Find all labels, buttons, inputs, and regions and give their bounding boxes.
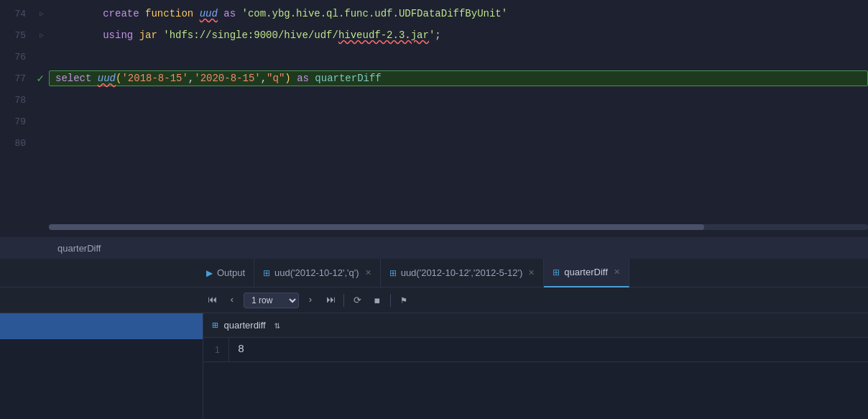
tab-uud2[interactable]: ⊞ uud('2012-10-12','2012-5-12') ✕	[381, 259, 545, 287]
uud2-tab-label: uud('2012-10-12','2012-5-12')	[401, 267, 523, 278]
as-keyword2: as	[297, 73, 309, 84]
line-number-76: 76	[0, 52, 34, 63]
quarterdiff-tab-icon: ⊞	[553, 267, 560, 277]
line-number-75: 75	[0, 30, 34, 41]
result-header: quarterDiff	[0, 237, 868, 259]
quarterdiff-tab-label: quarterDiff	[564, 267, 607, 277]
keyword-using: using	[103, 29, 139, 41]
bookmark-button[interactable]: ⚑	[395, 292, 412, 309]
fold-icon-74: ▷	[40, 9, 44, 18]
toolbar-divider-2	[390, 294, 391, 307]
jar-string: 'hdfs://single:9000/hive/udf/hiveudf-2.3…	[163, 29, 435, 41]
code-line-80: 80	[0, 132, 868, 154]
tab-output[interactable]: ▶ Output	[198, 259, 254, 287]
semicolon-75: ;	[435, 29, 440, 41]
next-page-button[interactable]: ›	[302, 292, 319, 309]
refresh-button[interactable]: ⟳	[348, 292, 366, 309]
scrollbar-track	[49, 224, 868, 230]
tabs-bar: ▶ Output ⊞ uud('2012-10-12','q') ✕ ⊞ uud…	[0, 259, 868, 287]
toolbar-divider-1	[343, 294, 344, 307]
output-tab-label: Output	[217, 267, 245, 278]
code-line-76: 76	[0, 46, 868, 68]
output-tab-icon: ▶	[206, 268, 213, 278]
table-panel: ⊞ quarterdiff ⇅ 1 8	[203, 313, 868, 419]
code-line-77: 77 ✓ select uud('2018-8-15','2020-8-15',…	[0, 68, 868, 89]
paren-close: )	[285, 73, 290, 84]
code-line-79: 79	[0, 111, 868, 132]
code-line-75: 75 ▷ using jar 'hdfs://single:9000/hive/…	[0, 24, 868, 46]
line-content-77: select uud('2018-8-15','2020-8-15',"q") …	[49, 70, 868, 86]
arg2: '2020-8-15'	[194, 73, 260, 84]
last-page-button[interactable]: ⏭	[322, 292, 339, 309]
horizontal-scrollbar[interactable]	[49, 224, 868, 230]
line-gutter-74: ▷	[34, 9, 49, 18]
uud2-close-icon[interactable]: ✕	[528, 268, 535, 277]
tab-quarterdiff[interactable]: ⊞ quarterDiff ✕	[544, 259, 629, 287]
uud2-tab-icon: ⊞	[389, 268, 397, 278]
code-container: 74 ▷ create function uud as 'com.ybg.hiv…	[0, 0, 868, 154]
left-sidebar-panel	[0, 313, 203, 419]
comma1: ,	[188, 73, 194, 84]
code-line-78: 78	[0, 89, 868, 111]
results-toolbar: ⏮ ‹ 1 row 10 rows 50 rows › ⏭ ⟳ ◼ ⚑	[0, 287, 868, 313]
table-name-label: quarterdiff	[223, 320, 265, 331]
sort-icon[interactable]: ⇅	[274, 319, 280, 331]
line-number-78: 78	[0, 95, 34, 106]
line-number-77: 77	[0, 73, 34, 84]
selected-sidebar-item[interactable]	[0, 313, 203, 339]
fold-icon-75: ▷	[40, 31, 44, 40]
as-space	[291, 73, 297, 84]
keyword-select: select	[55, 73, 98, 84]
quarterdiff-close-icon[interactable]: ✕	[614, 267, 620, 277]
uud1-close-icon[interactable]: ✕	[365, 268, 371, 277]
data-panel: ⊞ quarterdiff ⇅ 1 8	[0, 313, 868, 419]
tab-uud1[interactable]: ⊞ uud('2012-10-12','q') ✕	[254, 259, 381, 287]
stop-button[interactable]: ◼	[369, 292, 386, 309]
row-number-1: 1	[203, 338, 229, 362]
line-gutter-75: ▷	[34, 31, 49, 40]
arg3: "q"	[267, 73, 285, 84]
table-header: ⊞ quarterdiff ⇅	[203, 313, 868, 338]
scrollbar-thumb	[49, 224, 704, 230]
space2	[309, 73, 315, 84]
table-icon: ⊞	[212, 319, 218, 331]
bottom-panel: ▶ Output ⊞ uud('2012-10-12','q') ✕ ⊞ uud…	[0, 259, 868, 419]
line-gutter-77: ✓	[34, 71, 49, 86]
arg1: '2018-8-15'	[121, 73, 188, 84]
col-quarterdiff: quarterDiff	[315, 73, 381, 84]
line-number-79: 79	[0, 116, 34, 127]
prev-page-button[interactable]: ‹	[223, 292, 241, 309]
paren-open: (	[116, 73, 121, 84]
fn-uud-call: uud	[98, 73, 116, 84]
keyword-jar: jar	[139, 29, 164, 41]
editor-area: 74 ▷ create function uud as 'com.ybg.hiv…	[0, 0, 868, 259]
comma2: ,	[261, 73, 267, 84]
first-page-button[interactable]: ⏮	[203, 292, 221, 309]
data-rows: 1 8	[203, 338, 868, 419]
row-value-1: 8	[229, 344, 244, 356]
result-label: quarterDiff	[57, 243, 101, 254]
uud1-tab-icon: ⊞	[263, 268, 270, 278]
line-number-80: 80	[0, 138, 34, 149]
check-icon: ✓	[37, 71, 44, 86]
rows-per-page-select[interactable]: 1 row 10 rows 50 rows	[244, 293, 299, 308]
table-row: 1 8	[203, 338, 868, 362]
line-number-74: 74	[0, 9, 34, 19]
uud1-tab-label: uud('2012-10-12','q')	[274, 267, 359, 278]
